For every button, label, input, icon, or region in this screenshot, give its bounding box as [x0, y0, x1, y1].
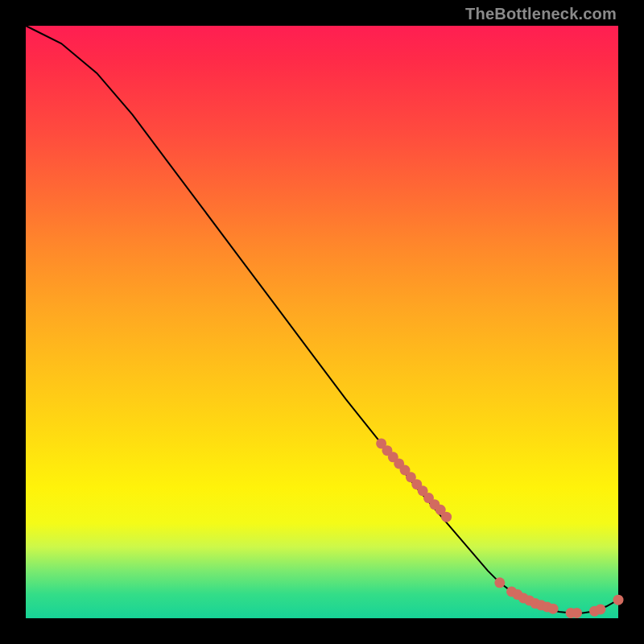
- marker-point: [494, 577, 505, 588]
- marker-point: [595, 604, 605, 614]
- watermark-text: TheBottleneck.com: [465, 5, 617, 23]
- marker-points: [376, 438, 623, 618]
- curve-path: [26, 26, 618, 613]
- marker-point: [441, 512, 452, 522]
- marker-point: [572, 608, 582, 618]
- chart-container: TheBottleneck.com: [0, 0, 644, 644]
- chart-overlay-svg: [26, 26, 618, 618]
- marker-point: [548, 604, 559, 614]
- bottleneck-curve: [26, 26, 618, 613]
- marker-point: [613, 595, 624, 605]
